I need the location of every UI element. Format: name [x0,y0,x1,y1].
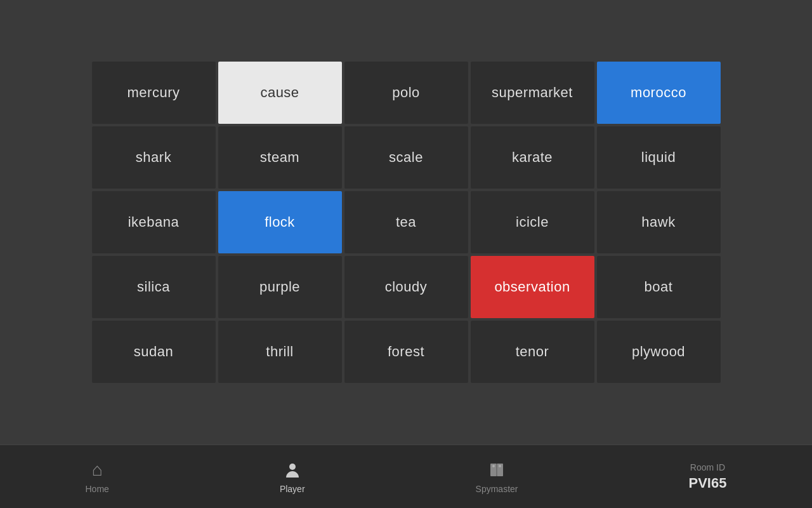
book-icon [487,460,507,480]
word-cell-purple[interactable]: purple [218,256,342,318]
word-cell-mercury[interactable]: mercury [92,62,216,124]
home-nav[interactable]: ⌂ Home [86,460,109,494]
word-cell-cause[interactable]: cause [218,62,342,124]
word-cell-silica[interactable]: silica [92,256,216,318]
word-cell-shark[interactable]: shark [92,126,216,189]
word-cell-ikebana[interactable]: ikebana [92,191,216,253]
word-cell-morocco[interactable]: morocco [597,62,721,124]
word-cell-sudan[interactable]: sudan [92,321,216,383]
room-id-label: Room ID [690,462,725,472]
room-id-value: PVI65 [689,475,727,491]
spymaster-nav[interactable]: Spymaster [476,460,518,494]
word-cell-flock[interactable]: flock [218,191,342,253]
word-cell-karate[interactable]: karate [471,126,594,189]
person-icon [282,460,303,480]
word-cell-forest[interactable]: forest [344,321,468,383]
spymaster-label: Spymaster [476,484,518,494]
bottom-navigation: ⌂ Home Player Spymaster Room ID PVI65 [0,444,812,508]
word-cell-thrill[interactable]: thrill [218,321,342,383]
word-cell-tenor[interactable]: tenor [471,321,594,383]
word-cell-observation[interactable]: observation [471,256,594,318]
svg-point-0 [289,464,296,470]
player-nav[interactable]: Player [280,460,305,494]
player-label: Player [280,484,305,494]
word-cell-boat[interactable]: boat [597,256,721,318]
game-board: mercurycausepolosupermarketmoroccosharks… [0,0,812,444]
word-cell-polo[interactable]: polo [344,62,468,124]
svg-point-4 [492,465,495,467]
word-cell-steam[interactable]: steam [218,126,342,189]
word-cell-plywood[interactable]: plywood [597,321,721,383]
word-cell-icicle[interactable]: icicle [471,191,594,253]
word-grid: mercurycausepolosupermarketmoroccosharks… [92,62,721,383]
word-cell-cloudy[interactable]: cloudy [344,256,468,318]
word-cell-tea[interactable]: tea [344,191,468,253]
room-id-section: Room ID PVI65 [689,462,727,491]
word-cell-scale[interactable]: scale [344,126,468,189]
home-label: Home [86,484,109,494]
word-cell-hawk[interactable]: hawk [597,191,721,253]
home-icon: ⌂ [87,460,107,480]
svg-point-5 [499,465,501,467]
word-cell-liquid[interactable]: liquid [597,126,721,189]
word-cell-supermarket[interactable]: supermarket [471,62,594,124]
